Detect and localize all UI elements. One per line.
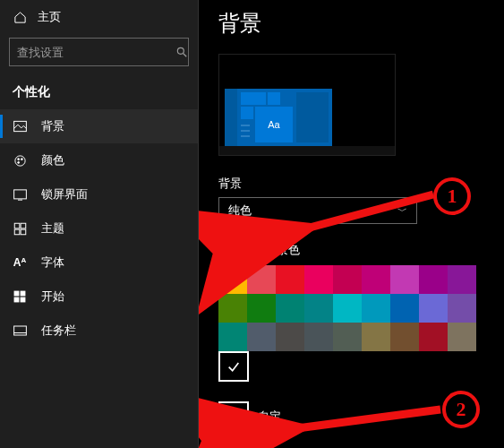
- home-nav[interactable]: 主页: [0, 0, 198, 34]
- sidebar-item-start[interactable]: 开始: [0, 280, 198, 314]
- sidebar-item-label: 任务栏: [41, 323, 76, 339]
- svg-rect-15: [14, 297, 20, 303]
- color-swatch[interactable]: [218, 323, 247, 351]
- color-swatch[interactable]: [247, 323, 276, 351]
- start-icon: [13, 290, 27, 303]
- sidebar-item-lockscreen[interactable]: 锁屏界面: [0, 177, 198, 211]
- chevron-down-icon: ﹀: [397, 204, 407, 218]
- sidebar-item-themes[interactable]: 主题: [0, 211, 198, 246]
- color-swatch[interactable]: [390, 265, 419, 294]
- section-title-personalization: 个性化: [0, 66, 198, 106]
- svg-rect-14: [21, 291, 26, 297]
- custom-color-button[interactable]: +: [218, 401, 249, 432]
- picture-icon: [13, 120, 27, 133]
- color-swatch[interactable]: [333, 294, 362, 323]
- color-grid: [218, 265, 476, 351]
- svg-point-3: [14, 155, 24, 165]
- custom-color-label: 自定: [258, 409, 281, 425]
- color-swatch[interactable]: [419, 323, 448, 351]
- lockscreen-icon: [13, 189, 27, 201]
- sidebar-item-colors[interactable]: 颜色: [0, 143, 198, 177]
- palette-icon: [13, 154, 27, 168]
- sidebar-item-label: 锁屏界面: [41, 186, 88, 202]
- sidebar-item-label: 背景: [41, 118, 64, 134]
- taskbar-icon: [13, 325, 27, 336]
- svg-point-6: [17, 161, 19, 163]
- main-panel: 背景 Aa 背景 纯色 ﹀ 选择你的背景色: [199, 0, 504, 448]
- home-label: 主页: [38, 9, 61, 25]
- sidebar-item-background[interactable]: 背景: [0, 109, 198, 143]
- background-type-dropdown[interactable]: 纯色 ﹀: [218, 197, 417, 224]
- search-box[interactable]: [9, 38, 189, 66]
- home-icon: [13, 11, 27, 24]
- color-swatch[interactable]: [333, 323, 362, 351]
- color-swatch[interactable]: [419, 294, 448, 323]
- background-field-label: 背景: [218, 176, 484, 192]
- sidebar-item-taskbar[interactable]: 任务栏: [0, 314, 198, 348]
- color-swatch[interactable]: [304, 323, 333, 351]
- background-preview: Aa: [218, 54, 396, 156]
- settings-sidebar: 主页 个性化 背景 颜色: [0, 0, 199, 448]
- font-icon: AA: [13, 256, 27, 269]
- color-swatch[interactable]: [276, 294, 304, 323]
- svg-point-4: [17, 158, 19, 159]
- color-swatch[interactable]: [218, 294, 247, 323]
- sidebar-item-fonts[interactable]: AA 字体: [0, 246, 198, 280]
- page-title: 背景: [218, 9, 484, 38]
- svg-point-0: [177, 47, 184, 54]
- color-section-label: 选择你的背景色: [218, 242, 484, 258]
- sidebar-item-label: 颜色: [41, 152, 64, 168]
- color-swatch-selected[interactable]: [218, 351, 249, 382]
- svg-rect-13: [14, 291, 20, 297]
- color-swatch[interactable]: [247, 265, 276, 294]
- svg-rect-12: [21, 229, 26, 235]
- svg-line-1: [183, 54, 186, 57]
- search-input[interactable]: [10, 46, 175, 59]
- color-swatch[interactable]: [448, 323, 476, 351]
- color-swatch[interactable]: [419, 265, 448, 294]
- color-swatch[interactable]: [247, 294, 276, 323]
- dropdown-value: 纯色: [228, 202, 252, 219]
- color-swatch[interactable]: [304, 265, 333, 294]
- color-swatch[interactable]: [390, 294, 419, 323]
- preview-sample-text: Aa: [255, 107, 293, 142]
- color-swatch[interactable]: [390, 323, 419, 351]
- plus-icon: +: [228, 408, 239, 426]
- svg-rect-10: [21, 223, 26, 228]
- color-swatch[interactable]: [362, 323, 390, 351]
- svg-rect-11: [14, 229, 20, 235]
- svg-rect-17: [13, 326, 26, 335]
- color-swatch[interactable]: [448, 265, 476, 294]
- svg-rect-7: [13, 189, 26, 198]
- color-swatch[interactable]: [448, 294, 476, 323]
- color-swatch[interactable]: [276, 323, 304, 351]
- search-icon: [175, 46, 188, 58]
- color-swatch[interactable]: [304, 294, 333, 323]
- sidebar-nav: 背景 颜色 锁屏界面 主题 AA: [0, 109, 198, 348]
- color-swatch[interactable]: [333, 265, 362, 294]
- color-swatch[interactable]: [362, 294, 390, 323]
- theme-icon: [13, 222, 27, 236]
- sidebar-item-label: 开始: [41, 289, 64, 305]
- color-swatch[interactable]: [362, 265, 390, 294]
- color-swatch[interactable]: [276, 265, 304, 294]
- svg-rect-9: [14, 223, 20, 228]
- svg-rect-16: [21, 297, 26, 303]
- svg-point-5: [21, 158, 22, 159]
- sidebar-item-label: 主题: [41, 220, 64, 237]
- sidebar-item-label: 字体: [41, 254, 64, 271]
- color-swatch[interactable]: [218, 265, 247, 294]
